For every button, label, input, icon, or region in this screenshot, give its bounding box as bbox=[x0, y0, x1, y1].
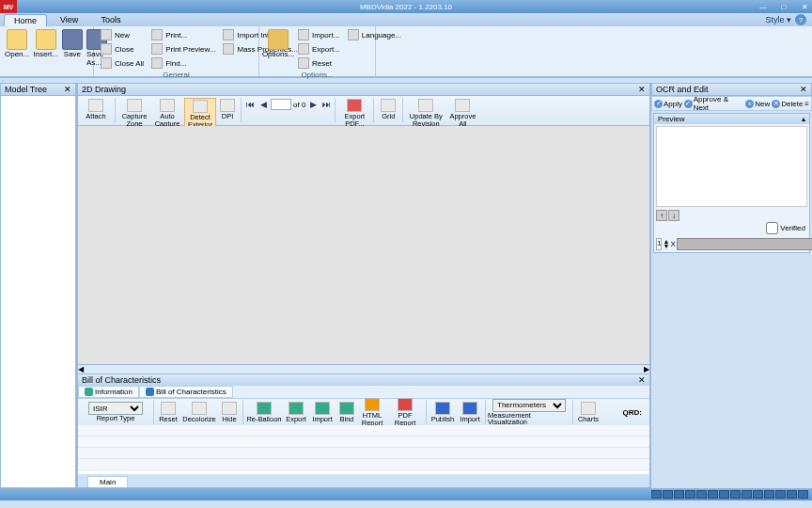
open-button[interactable]: Open... bbox=[4, 28, 30, 59]
preview-index[interactable]: 1 bbox=[656, 238, 662, 250]
folder-open-icon bbox=[7, 29, 27, 50]
status-pane-1[interactable] bbox=[651, 490, 662, 499]
preview-spin[interactable]: ▲▼ bbox=[663, 240, 669, 249]
boc-tab-information[interactable]: Information bbox=[78, 386, 139, 398]
drawing-canvas[interactable] bbox=[77, 126, 650, 365]
help-button[interactable]: ? bbox=[795, 14, 806, 25]
capture-zone-button[interactable]: Capture Zone bbox=[118, 98, 150, 128]
close-window-button[interactable]: ✕ bbox=[799, 3, 810, 11]
ocr-delete-button[interactable]: ✕Delete bbox=[772, 100, 803, 108]
reset-button[interactable]: Reset bbox=[156, 401, 180, 424]
drawing-hscroll[interactable]: ◀▶ bbox=[77, 365, 650, 374]
check-icon: ✓ bbox=[684, 100, 693, 108]
preview-canvas[interactable] bbox=[656, 126, 807, 207]
measurement-vis-select[interactable]: Thermometers bbox=[492, 399, 566, 412]
print-preview-button[interactable]: Print Preview... bbox=[148, 42, 218, 56]
bill-icon bbox=[146, 388, 154, 396]
tab-home[interactable]: Home bbox=[4, 14, 47, 26]
boc-tab-bill[interactable]: Bill of Characteristics bbox=[139, 386, 233, 398]
decolorize-button[interactable]: Decolorize bbox=[180, 401, 218, 424]
status-pane-4[interactable] bbox=[685, 490, 695, 499]
menu-bar: Home View Tools Style ▾ ? bbox=[0, 13, 812, 26]
ocr-close[interactable]: ✕ bbox=[800, 85, 807, 94]
charts-button[interactable]: Charts bbox=[575, 401, 601, 424]
update-by-revision-button[interactable]: Update By Revision bbox=[406, 98, 445, 128]
status-pane-11[interactable] bbox=[764, 490, 774, 499]
reballoon-icon bbox=[257, 402, 272, 415]
nav-first[interactable]: ⏮ bbox=[244, 98, 256, 111]
bind-button[interactable]: Bind bbox=[336, 401, 358, 424]
find-button[interactable]: Find... bbox=[148, 56, 218, 70]
attach-button[interactable]: Attach bbox=[80, 98, 112, 121]
boc-close[interactable]: ✕ bbox=[638, 375, 646, 385]
nav-next[interactable]: ▶ bbox=[307, 98, 319, 111]
maximize-button[interactable]: □ bbox=[778, 3, 789, 11]
status-pane-13[interactable] bbox=[787, 490, 797, 499]
import-ni-button[interactable]: Import bbox=[457, 401, 483, 424]
export-button[interactable]: Export bbox=[283, 401, 309, 424]
ocr-new-button[interactable]: +New bbox=[745, 100, 770, 108]
html-report-button[interactable]: HTML Report bbox=[358, 397, 386, 427]
publish-button[interactable]: Publish bbox=[429, 401, 457, 424]
app-title: MBDVidia 2022 - 1.2203.10 bbox=[360, 3, 452, 11]
preview-up-button[interactable]: ↑ bbox=[656, 210, 667, 221]
status-pane-2[interactable] bbox=[663, 490, 673, 499]
verified-checkbox[interactable] bbox=[766, 222, 778, 234]
status-pane-12[interactable] bbox=[775, 490, 786, 499]
export-options-button[interactable]: Export... bbox=[295, 42, 343, 56]
boc-sheet-main[interactable]: Main bbox=[87, 476, 128, 487]
print-button[interactable]: Print... bbox=[148, 28, 218, 41]
status-pane-5[interactable] bbox=[696, 490, 707, 499]
import-options-button[interactable]: Import... bbox=[295, 28, 343, 41]
page-nav: ⏮ ◀ of 0 ▶ ⏭ bbox=[244, 98, 332, 111]
page-input[interactable] bbox=[271, 99, 291, 110]
tab-tools[interactable]: Tools bbox=[91, 14, 130, 25]
report-type-select[interactable]: ISIR bbox=[88, 402, 143, 415]
detect-exterior-button[interactable]: Detect Exterior bbox=[184, 98, 216, 130]
status-pane-3[interactable] bbox=[674, 490, 684, 499]
nav-last[interactable]: ⏭ bbox=[320, 98, 332, 111]
close-doc-icon bbox=[101, 43, 112, 55]
tab-view[interactable]: View bbox=[51, 14, 87, 25]
preview-down-button[interactable]: ↓ bbox=[668, 210, 679, 221]
insert-button[interactable]: Insert... bbox=[32, 28, 59, 59]
model-tree-content[interactable] bbox=[0, 96, 76, 488]
status-pane-8[interactable] bbox=[730, 490, 741, 499]
close-button[interactable]: Close bbox=[98, 42, 147, 56]
tag-field[interactable] bbox=[677, 238, 812, 250]
minimize-button[interactable]: — bbox=[757, 3, 769, 11]
apply-button[interactable]: ✓Apply bbox=[654, 100, 682, 108]
reset-icon bbox=[298, 57, 309, 69]
status-pane-7[interactable] bbox=[719, 490, 729, 499]
grid-button[interactable]: Grid bbox=[377, 98, 399, 121]
close-all-button[interactable]: Close All bbox=[98, 56, 147, 70]
language-button[interactable]: Language... bbox=[345, 28, 404, 41]
options-button[interactable]: Options... bbox=[263, 28, 293, 59]
auto-capture-button[interactable]: Auto Capture bbox=[151, 98, 183, 128]
style-dropdown[interactable]: Style ▾ bbox=[765, 15, 791, 24]
model-tree-close[interactable]: ✕ bbox=[64, 85, 71, 94]
ocr-menu-button[interactable]: ≡ bbox=[804, 100, 809, 108]
ocr-title: OCR and Edit bbox=[656, 85, 709, 94]
plus-icon: + bbox=[745, 100, 754, 108]
status-pane-9[interactable] bbox=[742, 490, 752, 499]
preview-collapse[interactable]: ▴ bbox=[802, 115, 805, 123]
status-pane-10[interactable] bbox=[753, 490, 763, 499]
reset-boc-icon bbox=[161, 402, 176, 415]
nav-prev[interactable]: ◀ bbox=[258, 98, 269, 111]
export-pdf-button[interactable]: Export PDF... bbox=[338, 98, 370, 128]
new-button[interactable]: New bbox=[98, 28, 147, 41]
drawing-close[interactable]: ✕ bbox=[638, 85, 646, 94]
boc-grid[interactable] bbox=[78, 425, 649, 474]
dpi-button[interactable]: DPI bbox=[217, 98, 238, 121]
approve-next-button[interactable]: ✓Approve & Next bbox=[684, 95, 743, 112]
save-button[interactable]: Save bbox=[61, 28, 84, 59]
status-pane-6[interactable] bbox=[708, 490, 718, 499]
approve-all-button[interactable]: Approve All bbox=[446, 98, 478, 128]
reset-options-button[interactable]: Reset bbox=[295, 56, 343, 70]
status-pane-14[interactable] bbox=[798, 490, 808, 499]
import-button[interactable]: Import bbox=[309, 401, 336, 424]
hide-button[interactable]: Hide bbox=[218, 401, 241, 424]
reballoon-button[interactable]: Re-Balloon bbox=[245, 401, 283, 424]
pdf-report-button[interactable]: PDF Report bbox=[386, 397, 424, 427]
